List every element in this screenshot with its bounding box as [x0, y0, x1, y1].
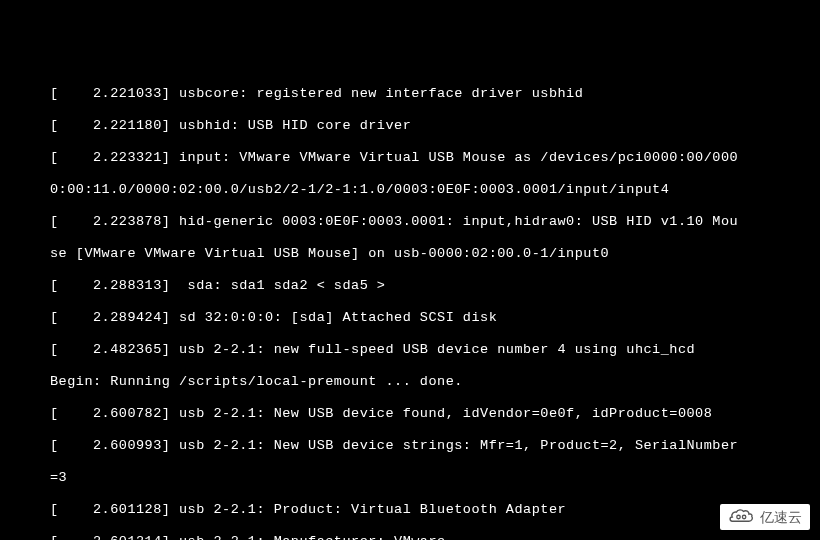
log-line: [ 2.289424] sd 32:0:0:0: [sda] Attached … [50, 310, 820, 326]
log-line: [ 2.601128] usb 2-2.1: Product: Virtual … [50, 502, 820, 518]
watermark: 亿速云 [720, 504, 810, 530]
cloud-logo-icon [728, 508, 756, 526]
log-line: Begin: Running /scripts/local-premount .… [50, 374, 820, 390]
log-line: [ 2.600993] usb 2-2.1: New USB device st… [50, 438, 820, 454]
log-line: 0:00:11.0/0000:02:00.0/usb2/2-1/2-1:1.0/… [50, 182, 820, 198]
log-line: [ 2.223878] hid-generic 0003:0E0F:0003.0… [50, 214, 820, 230]
log-line: =3 [50, 470, 820, 486]
log-line: [ 2.223321] input: VMware VMware Virtual… [50, 150, 820, 166]
log-line: [ 2.601214] usb 2-2.1: Manufacturer: VMw… [50, 534, 820, 540]
svg-point-1 [742, 515, 746, 519]
svg-point-0 [737, 515, 741, 519]
log-line: [ 2.221033] usbcore: registered new inte… [50, 86, 820, 102]
log-line: [ 2.482365] usb 2-2.1: new full-speed US… [50, 342, 820, 358]
log-line: se [VMware VMware Virtual USB Mouse] on … [50, 246, 820, 262]
log-line: [ 2.288313] sda: sda1 sda2 < sda5 > [50, 278, 820, 294]
terminal-output: [ 2.221033] usbcore: registered new inte… [0, 0, 820, 540]
watermark-text: 亿速云 [760, 509, 802, 525]
log-line: [ 2.600782] usb 2-2.1: New USB device fo… [50, 406, 820, 422]
log-line: [ 2.221180] usbhid: USB HID core driver [50, 118, 820, 134]
